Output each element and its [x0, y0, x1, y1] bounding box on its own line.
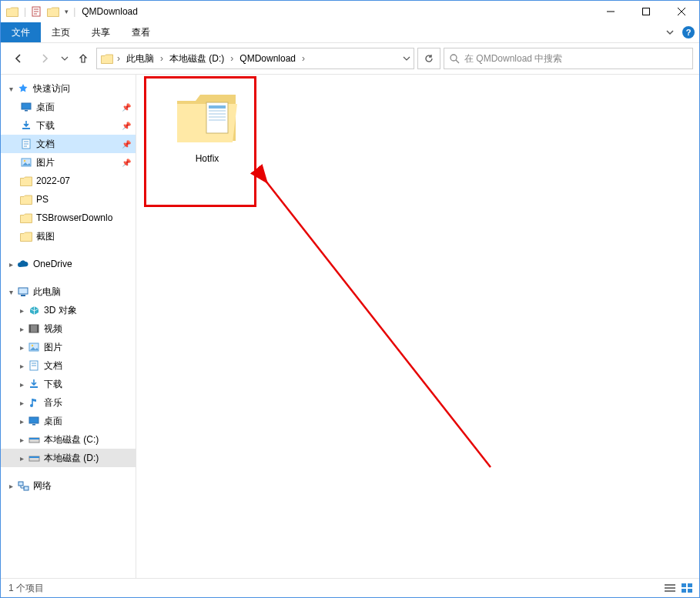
- svg-rect-46: [682, 583, 686, 587]
- chevron-right-icon[interactable]: ›: [159, 53, 165, 64]
- tree-label: 2022-07: [33, 175, 136, 186]
- svg-rect-29: [32, 424, 35, 426]
- expand-icon[interactable]: ▸: [5, 260, 16, 269]
- qat-properties-icon[interactable]: [31, 6, 42, 17]
- tree-label: 桌面: [33, 101, 136, 114]
- crumb-this-pc[interactable]: 此电脑: [123, 50, 157, 67]
- drive-icon: [27, 454, 41, 463]
- help-icon[interactable]: ?: [682, 26, 695, 38]
- tree-documents[interactable]: 文档 📌: [1, 135, 136, 153]
- qat-chevron-icon[interactable]: ▾: [65, 8, 69, 15]
- expand-icon[interactable]: ▸: [16, 454, 27, 463]
- download-icon: [19, 120, 33, 131]
- refresh-button[interactable]: [417, 48, 440, 69]
- tree-downloads[interactable]: 下载 📌: [1, 116, 136, 135]
- tree-videos[interactable]: ▸ 视频: [1, 319, 136, 338]
- tab-home[interactable]: 主页: [41, 22, 81, 42]
- tab-file[interactable]: 文件: [1, 22, 41, 42]
- expand-icon[interactable]: ▸: [16, 343, 27, 352]
- address-dropdown-icon[interactable]: [403, 55, 410, 62]
- address-folder-icon: [100, 54, 114, 64]
- content-area[interactable]: Hotfix: [136, 75, 699, 578]
- expand-icon[interactable]: ▸: [16, 380, 27, 389]
- ribbon-expand-icon[interactable]: [665, 28, 675, 37]
- svg-rect-49: [688, 589, 692, 593]
- expand-icon[interactable]: ▸: [16, 325, 27, 333]
- svg-rect-17: [21, 295, 25, 296]
- tree-drive-c[interactable]: ▸ 本地磁盘 (C:): [1, 430, 136, 449]
- tree-onedrive[interactable]: ▸ OneDrive: [1, 255, 136, 273]
- tree-tsbrowser[interactable]: TSBrowserDownlo: [1, 209, 136, 227]
- forward-button[interactable]: [33, 47, 56, 70]
- svg-line-6: [456, 60, 459, 63]
- tab-view[interactable]: 查看: [121, 22, 161, 42]
- tree-label: 下载: [41, 378, 136, 391]
- maximize-button[interactable]: [628, 1, 664, 22]
- svg-rect-39: [209, 110, 226, 112]
- qat-folder-icon[interactable]: [46, 7, 60, 17]
- crumb-drive[interactable]: 本地磁盘 (D:): [166, 50, 227, 67]
- svg-rect-19: [29, 325, 31, 332]
- tree-label: 本地磁盘 (D:): [41, 452, 136, 465]
- tree-downloads2[interactable]: ▸ 下载: [1, 375, 136, 393]
- video-icon: [27, 324, 41, 333]
- document-icon: [27, 360, 41, 371]
- cube-icon: [27, 306, 41, 316]
- recent-dropdown-icon[interactable]: [59, 47, 70, 70]
- star-icon: [16, 83, 30, 94]
- tree-month[interactable]: 2022-07: [1, 172, 136, 190]
- minimize-button[interactable]: [593, 1, 628, 22]
- svg-point-5: [450, 55, 457, 61]
- tree-desktop[interactable]: 桌面 📌: [1, 98, 136, 116]
- tree-this-pc[interactable]: ▾ 此电脑: [1, 282, 136, 301]
- svg-rect-28: [29, 417, 39, 423]
- address-bar[interactable]: › 此电脑 › 本地磁盘 (D:) › QMDownload ›: [96, 48, 414, 69]
- expand-icon[interactable]: ▸: [16, 417, 27, 426]
- expand-icon[interactable]: ▸: [16, 306, 27, 315]
- tree-pictures2[interactable]: ▸ 图片: [1, 338, 136, 356]
- crumb-folder[interactable]: QMDownload: [236, 50, 299, 67]
- tree-shots[interactable]: 截图: [1, 227, 136, 246]
- crumb-label: QMDownload: [239, 53, 296, 64]
- tree-music[interactable]: ▸ 音乐: [1, 393, 136, 412]
- collapse-icon[interactable]: ▾: [5, 85, 16, 93]
- details-view-icon[interactable]: [664, 583, 676, 593]
- navbar: › 此电脑 › 本地磁盘 (D:) › QMDownload › 在 QMDow…: [1, 43, 699, 75]
- app-folder-icon: [5, 7, 19, 17]
- collapse-icon[interactable]: ▾: [5, 288, 16, 296]
- up-button[interactable]: [73, 48, 93, 68]
- tab-share[interactable]: 共享: [81, 22, 121, 42]
- chevron-right-icon[interactable]: ›: [116, 53, 122, 64]
- svg-rect-42: [209, 119, 226, 121]
- search-input[interactable]: 在 QMDownload 中搜索: [444, 48, 693, 69]
- icons-view-icon[interactable]: [681, 583, 693, 593]
- folder-hotfix[interactable]: Hotfix: [161, 87, 253, 164]
- tree-ps[interactable]: PS: [1, 190, 136, 209]
- svg-rect-9: [22, 128, 30, 129]
- close-button[interactable]: [664, 1, 699, 22]
- tree-documents2[interactable]: ▸ 文档: [1, 356, 136, 375]
- chevron-right-icon[interactable]: ›: [229, 53, 235, 64]
- tree-label: OneDrive: [30, 259, 136, 269]
- tree-desktop2[interactable]: ▸ 桌面: [1, 412, 136, 430]
- expand-icon[interactable]: ▸: [5, 482, 16, 490]
- expand-icon[interactable]: ▸: [16, 436, 27, 444]
- tree-label: 视频: [41, 322, 136, 336]
- tree-pictures[interactable]: 图片 📌: [1, 153, 136, 172]
- tree-label: 3D 对象: [41, 304, 136, 317]
- svg-rect-45: [665, 590, 675, 592]
- expand-icon[interactable]: ▸: [16, 399, 27, 407]
- pin-icon: 📌: [122, 140, 131, 149]
- folder-icon: [19, 176, 33, 186]
- back-button[interactable]: [7, 47, 30, 70]
- expand-icon[interactable]: ▸: [16, 362, 27, 370]
- tree-drive-d[interactable]: ▸ 本地磁盘 (D:): [1, 449, 136, 467]
- tree-label: 本地磁盘 (C:): [41, 433, 136, 446]
- chevron-right-icon[interactable]: ›: [300, 53, 306, 64]
- tree-3d[interactable]: ▸ 3D 对象: [1, 301, 136, 319]
- cloud-icon: [16, 260, 30, 269]
- tree-network[interactable]: ▸ 网络: [1, 476, 136, 495]
- folder-large-icon: [172, 87, 242, 149]
- desktop-icon: [27, 416, 41, 426]
- tree-quick-access[interactable]: ▾ 快速访问: [1, 79, 136, 98]
